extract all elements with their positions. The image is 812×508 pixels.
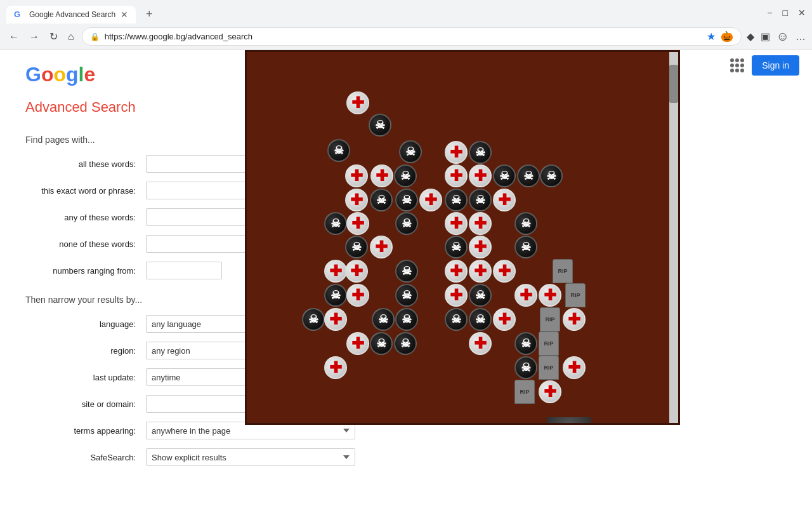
profile-icon[interactable]: ☺ (776, 29, 789, 44)
collections-icon[interactable]: ▣ (761, 30, 770, 43)
cross-piece[interactable]: ✚ (419, 189, 442, 211)
skull-piece[interactable]: ☠ (395, 212, 418, 235)
numbers-from-input[interactable] (146, 262, 222, 279)
grid-dot (735, 64, 739, 67)
skull-piece[interactable]: ☠ (469, 284, 492, 307)
skull-piece[interactable]: ☠ (324, 212, 347, 235)
cross-piece[interactable]: ✚ (345, 189, 368, 211)
cross-piece[interactable]: ✚ (563, 356, 586, 379)
skull-piece[interactable]: ☠ (395, 189, 418, 211)
skull-piece[interactable]: ☠ (514, 356, 537, 379)
skull-piece[interactable]: ☠ (345, 236, 368, 258)
skull-piece[interactable]: ☠ (370, 189, 393, 211)
reload-button[interactable]: ↻ (47, 28, 60, 45)
cross-piece[interactable]: ✚ (469, 332, 492, 355)
cross-piece[interactable]: ✚ (345, 260, 368, 283)
game-overlay[interactable]: ✚☠☠☠✚☠✚✚☠✚✚☠☠☠✚☠☠✚☠☠✚☠✚☠✚✚☠☠✚☠✚☠✚✚☠✚✚✚RI… (245, 50, 680, 425)
cross-piece[interactable]: ✚ (514, 284, 537, 307)
maximize-button[interactable]: □ (783, 8, 788, 18)
cross-piece[interactable]: ✚ (539, 284, 561, 307)
minimize-button[interactable]: − (767, 8, 772, 18)
sign-in-button[interactable]: Sign in (752, 55, 799, 76)
home-button[interactable]: ⌂ (65, 29, 77, 45)
cross-piece[interactable]: ✚ (539, 380, 561, 403)
cross-piece[interactable]: ✚ (345, 164, 368, 187)
toolbar-right: ◆ ▣ ☺ … (747, 29, 806, 44)
skull-piece[interactable]: ☠ (540, 164, 563, 187)
skull-piece[interactable]: ☠ (469, 308, 492, 331)
address-bar[interactable]: 🔒 https://www.google.bg/advanced_search … (82, 27, 742, 46)
cross-piece[interactable]: ✚ (324, 308, 347, 331)
cross-piece[interactable]: ✚ (493, 189, 516, 211)
back-button[interactable]: ← (6, 29, 22, 45)
cross-piece[interactable]: ✚ (445, 284, 468, 307)
skull-piece[interactable]: ☠ (370, 332, 393, 355)
cross-piece[interactable]: ✚ (469, 236, 492, 258)
lock-icon: 🔒 (90, 32, 100, 41)
skull-piece[interactable]: ☠ (517, 164, 540, 187)
cross-piece[interactable]: ✚ (346, 91, 369, 114)
logo-o2: o (53, 63, 66, 86)
skull-piece[interactable]: ☠ (514, 212, 537, 235)
skull-piece[interactable]: ☠ (302, 308, 325, 331)
skull-piece[interactable]: ☠ (445, 236, 468, 258)
cross-piece[interactable]: ✚ (445, 260, 468, 283)
rip-stone: RIP (565, 283, 586, 307)
skull-piece[interactable]: ☠ (369, 114, 391, 137)
skull-piece[interactable]: ☠ (469, 189, 492, 211)
active-tab[interactable]: G Google Advanced Search ✕ (6, 6, 136, 23)
close-button[interactable]: ✕ (798, 8, 806, 18)
cross-piece[interactable]: ✚ (324, 356, 347, 379)
cross-piece[interactable]: ✚ (469, 260, 492, 283)
logo-e: e (84, 63, 95, 86)
skull-piece[interactable]: ☠ (395, 260, 418, 283)
skull-piece[interactable]: ☠ (394, 164, 417, 187)
top-header-controls: Sign in (730, 55, 799, 76)
skull-piece[interactable]: ☠ (445, 189, 468, 211)
forward-button[interactable]: → (27, 29, 42, 45)
cross-piece[interactable]: ✚ (563, 308, 586, 331)
cross-piece[interactable]: ✚ (445, 164, 468, 187)
skull-piece[interactable]: ☠ (514, 332, 537, 355)
google-apps-icon[interactable] (730, 58, 744, 72)
cross-piece[interactable]: ✚ (469, 164, 492, 187)
logo-g2: g (66, 63, 79, 86)
menu-icon[interactable]: … (796, 31, 806, 43)
skull-piece[interactable]: ☠ (372, 308, 395, 331)
game-scrollbar[interactable] (669, 52, 678, 423)
safe-search-label: SafeSearch: (25, 453, 146, 462)
cross-piece[interactable]: ✚ (346, 332, 369, 355)
skull-piece[interactable]: ☠ (493, 164, 516, 187)
skull-piece[interactable]: ☠ (514, 236, 537, 258)
skull-piece[interactable]: ☠ (324, 284, 347, 307)
extensions-icon[interactable]: ◆ (747, 30, 754, 43)
url-text: https://www.google.bg/advanced_search (105, 32, 702, 41)
cross-piece[interactable]: ✚ (370, 164, 393, 187)
skull-piece[interactable]: ☠ (395, 308, 418, 331)
skull-piece[interactable]: ☠ (395, 284, 418, 307)
cross-piece[interactable]: ✚ (346, 284, 369, 307)
numbers-ranging-label: numbers ranging from: (25, 266, 146, 276)
bookmark-icon[interactable]: ★ (707, 30, 716, 43)
cross-piece[interactable]: ✚ (445, 212, 468, 235)
new-tab-button[interactable]: + (141, 5, 158, 23)
grid-dot (730, 69, 734, 72)
cross-piece[interactable]: ✚ (370, 236, 393, 258)
skull-piece[interactable]: ☠ (445, 308, 468, 331)
cross-piece[interactable]: ✚ (445, 141, 468, 164)
cross-piece[interactable]: ✚ (493, 260, 516, 283)
skull-piece[interactable]: ☠ (469, 141, 492, 164)
all-these-words-label: all these words: (25, 159, 146, 169)
skull-piece[interactable]: ☠ (399, 140, 422, 163)
browser-chrome: G Google Advanced Search ✕ + − □ ✕ ← → ↻… (0, 0, 812, 50)
tab-close-button[interactable]: ✕ (121, 10, 128, 20)
cross-piece[interactable]: ✚ (493, 308, 516, 331)
cross-piece[interactable]: ✚ (324, 260, 347, 283)
grid-dot (740, 64, 744, 67)
skull-piece[interactable]: ☠ (394, 332, 417, 355)
cross-piece[interactable]: ✚ (346, 212, 369, 235)
cross-piece[interactable]: ✚ (469, 212, 492, 235)
rip-stone: RIP (540, 307, 560, 331)
skull-piece[interactable]: ☠ (327, 139, 350, 162)
safe-search-select[interactable]: Show explicit results (146, 448, 355, 466)
